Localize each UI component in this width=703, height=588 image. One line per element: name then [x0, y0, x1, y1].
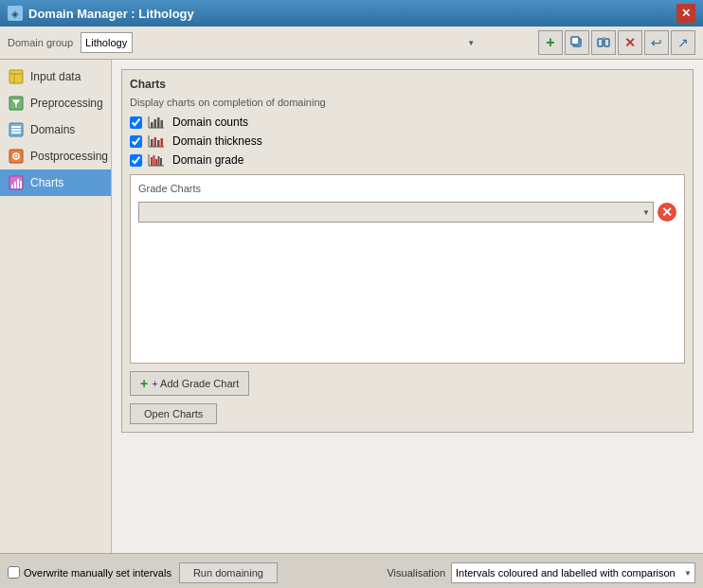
domain-grade-checkbox[interactable] — [130, 154, 142, 167]
run-domaining-button[interactable]: Run domaining — [179, 562, 278, 583]
svg-rect-38 — [155, 159, 157, 166]
svg-rect-2 — [598, 39, 603, 46]
domain-thickness-checkbox[interactable] — [130, 135, 142, 148]
domain-group-bar: Domain group Lithology + ✕ ↩ ↗ — [0, 27, 703, 60]
window-title: Domain Manager : Lithology — [28, 7, 194, 21]
sidebar-item-charts[interactable]: Charts — [0, 169, 111, 196]
bottom-right: Visualisation Intervals coloured and lab… — [387, 562, 695, 583]
add-domain-button[interactable]: + — [538, 30, 563, 55]
grade-charts-title: Grade Charts — [138, 183, 676, 194]
bottom-left: Overwrite manually set intervals Run dom… — [8, 562, 278, 583]
sidebar-item-domains[interactable]: Domains — [0, 116, 111, 143]
sidebar: Input data Preprocessing Domains — [0, 60, 112, 553]
section-title: Charts — [130, 78, 685, 91]
svg-rect-12 — [11, 129, 21, 131]
svg-rect-11 — [11, 126, 21, 128]
add-grade-label: + Add Grade Chart — [152, 378, 239, 389]
grade-charts-box: Grade Charts ✕ — [130, 174, 685, 364]
svg-rect-5 — [9, 70, 23, 83]
close-button[interactable]: ✕ — [676, 4, 695, 23]
filter-icon — [8, 95, 25, 112]
domain-group-select-wrapper: Lithology — [81, 32, 478, 53]
svg-rect-36 — [151, 157, 153, 166]
title-bar-left: ◈ Domain Manager : Lithology — [8, 6, 194, 21]
svg-rect-25 — [154, 119, 157, 128]
add-icon: + — [140, 376, 148, 391]
main-layout: Input data Preprocessing Domains — [0, 60, 703, 553]
overwrite-checkbox-label[interactable]: Overwrite manually set intervals — [8, 566, 171, 579]
svg-rect-27 — [161, 120, 164, 128]
grade-select[interactable] — [138, 202, 654, 223]
domain-thickness-label: Domain thickness — [172, 134, 262, 148]
domain-counts-checkbox[interactable] — [130, 116, 142, 129]
domain-counts-row: Domain counts — [130, 116, 685, 129]
grade-select-wrapper — [138, 202, 654, 223]
svg-rect-31 — [154, 137, 157, 147]
visualisation-select[interactable]: Intervals coloured and labelled with com… — [451, 562, 695, 583]
gear-icon — [8, 148, 25, 165]
open-charts-button[interactable]: Open Charts — [130, 403, 217, 424]
sidebar-item-label: Domains — [30, 123, 75, 136]
charts-outer-box: Charts Display charts on completion of d… — [121, 69, 694, 433]
thickness-chart-icon — [148, 134, 165, 148]
svg-rect-30 — [151, 139, 153, 147]
domain-group-select[interactable]: Lithology — [81, 32, 133, 53]
svg-rect-1 — [571, 37, 579, 45]
domain-grade-label: Domain grade — [172, 153, 243, 167]
domain-grade-row: Domain grade — [130, 153, 685, 167]
svg-rect-19 — [14, 182, 16, 188]
vis-select-wrapper: Intervals coloured and labelled with com… — [451, 562, 695, 583]
domain-group-label: Domain group — [8, 37, 73, 48]
svg-rect-32 — [157, 140, 160, 147]
svg-rect-21 — [20, 181, 22, 188]
sidebar-item-label: Charts — [30, 176, 63, 189]
overwrite-checkbox[interactable] — [8, 566, 20, 579]
svg-rect-26 — [157, 117, 160, 128]
content-area: Charts Display charts on completion of d… — [112, 60, 703, 553]
svg-rect-40 — [160, 158, 162, 166]
grade-chart-row: ✕ — [138, 202, 676, 223]
remove-grade-chart-button[interactable]: ✕ — [658, 203, 676, 222]
sidebar-item-label: Preprocessing — [30, 97, 103, 110]
visualisation-label: Visualisation — [387, 567, 445, 579]
overwrite-label: Overwrite manually set intervals — [24, 567, 171, 579]
svg-rect-18 — [11, 185, 13, 188]
svg-rect-33 — [161, 138, 164, 147]
toolbar-buttons: + ✕ ↩ ↗ — [538, 30, 695, 55]
svg-rect-20 — [17, 179, 19, 188]
copy-domain-button[interactable] — [565, 30, 589, 55]
sidebar-item-label: Input data — [30, 70, 81, 83]
section-subtitle: Display charts on completion of domainin… — [130, 97, 685, 108]
svg-rect-3 — [604, 39, 609, 46]
table-icon — [8, 68, 25, 85]
bottom-bar: Overwrite manually set intervals Run dom… — [0, 553, 703, 588]
sidebar-item-preprocessing[interactable]: Preprocessing — [0, 90, 111, 116]
sidebar-item-label: Postprocessing — [30, 150, 108, 163]
chart-icon — [8, 174, 25, 191]
svg-point-16 — [15, 155, 17, 157]
split-button[interactable] — [591, 30, 616, 55]
layers-icon — [8, 121, 25, 138]
app-icon: ◈ — [8, 6, 23, 21]
svg-rect-13 — [11, 132, 21, 134]
sidebar-item-postprocessing[interactable]: Postprocessing — [0, 143, 111, 169]
svg-rect-37 — [153, 155, 155, 166]
domain-thickness-row: Domain thickness — [130, 134, 685, 148]
undo-button[interactable]: ↩ — [644, 30, 669, 55]
delete-button[interactable]: ✕ — [618, 30, 642, 55]
title-bar: ◈ Domain Manager : Lithology ✕ — [0, 0, 703, 27]
svg-rect-24 — [151, 122, 153, 128]
sidebar-item-input-data[interactable]: Input data — [0, 63, 111, 90]
bar-chart-icon — [148, 116, 165, 129]
grade-chart-icon — [148, 153, 165, 167]
svg-rect-39 — [158, 156, 160, 166]
add-grade-chart-button[interactable]: + + Add Grade Chart — [130, 371, 249, 396]
domain-counts-label: Domain counts — [172, 116, 248, 129]
export-button[interactable]: ↗ — [671, 30, 695, 55]
